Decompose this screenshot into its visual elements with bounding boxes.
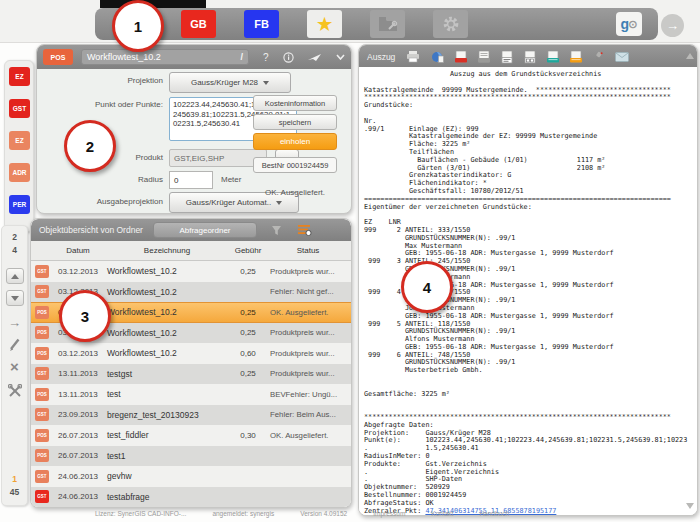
scroll-down-button[interactable] [6, 290, 24, 306]
projektion-dropdown[interactable]: Gauss/Krüger M28 [169, 72, 291, 93]
meter-label: Meter [221, 175, 241, 184]
table-row[interactable]: GST 03.12.2013 Workflowtest_10.2 0,25 Pr… [31, 261, 351, 282]
abfrageordner-button[interactable]: Abfrageordner [153, 222, 257, 238]
row-bezeichnung: gevhw [103, 471, 231, 481]
print-icon[interactable] [406, 51, 420, 63]
table-title: Objektübersicht von Ordner [39, 225, 143, 235]
row-datum: 23.09.2013 [53, 410, 103, 419]
annotation-circle-1: 1 [112, 0, 164, 52]
table-row[interactable]: GST 24.06.2013 testabfrage [31, 487, 351, 508]
calendar-export-2-icon[interactable] [524, 51, 536, 64]
einholen-button[interactable]: einholen [253, 133, 337, 150]
col-header-bezeichnung[interactable]: Bezeichnung [103, 246, 231, 255]
row-status: Produktpreis wur... [265, 369, 351, 378]
row-type-badge: GST [35, 490, 49, 503]
csv-export-icon[interactable] [570, 51, 582, 64]
footer-handbuch-link[interactable]: Handbuch [479, 510, 509, 517]
col-header-datum[interactable]: Datum [53, 246, 103, 255]
row-bezeichnung: test_fiddler [103, 430, 231, 440]
nav-arrow-button[interactable]: → [661, 14, 684, 37]
row-gebuehr: 0,25 [231, 328, 265, 337]
favorites-button[interactable]: ★ [307, 10, 342, 38]
scrollbar-down-icon[interactable] [686, 503, 694, 509]
info-icon[interactable] [283, 52, 294, 63]
rail-button-per[interactable]: PER [9, 195, 30, 214]
row-type-badge: GST [35, 470, 49, 483]
footer-impressum-link[interactable]: Impressum [373, 510, 405, 517]
radius-label: Radius [37, 175, 163, 184]
scrollbar-up-icon[interactable] [686, 53, 694, 59]
row-bezeichnung: Workflowtest_10.2 [103, 307, 231, 317]
table-header-bar: Objektübersicht von Ordner Abfrageordner [31, 219, 351, 241]
row-gebuehr: 0,30 [231, 431, 265, 440]
row-type-badge: POS [35, 429, 49, 442]
speichern-button[interactable]: speichern [253, 114, 337, 130]
pdf-export-icon[interactable] [455, 51, 467, 64]
rail-button-ez1[interactable]: EZ [9, 67, 30, 86]
triangle-down-icon [11, 296, 19, 301]
auszug-header-bar: Auszug [359, 45, 697, 69]
open-arrow-icon[interactable]: → [2, 316, 27, 330]
mail-icon[interactable] [615, 52, 629, 62]
send-plane-icon[interactable] [308, 53, 322, 62]
xls-export-icon[interactable] [547, 51, 559, 64]
row-type-badge: POS [35, 306, 49, 319]
workflow-name-input[interactable]: Workflowtest_10.2 / [81, 49, 249, 65]
table-row[interactable]: POS 03.12.2013 Workflowtest_10.2 0,60 Pr… [31, 343, 351, 364]
globe-export-icon[interactable] [431, 51, 444, 63]
row-status: BEVFehler: Ungü... [265, 390, 351, 399]
go-logo-button[interactable]: g⊙ [616, 12, 642, 36]
table-row[interactable]: POS 13.11.2013 test BEVFehler: Ungü... [31, 384, 351, 405]
auszug-title: Auszug [367, 52, 395, 62]
row-type-badge: POS [35, 388, 49, 401]
col-header-gebuehr[interactable]: Gebühr [231, 246, 265, 255]
tools-icon[interactable] [2, 384, 27, 398]
delete-x-icon[interactable]: × [2, 360, 27, 374]
help-icon[interactable]: ? [263, 52, 269, 63]
rail-button-gst[interactable]: GST [9, 99, 30, 118]
projektion-value: Gauss/Krüger M28 [191, 78, 258, 87]
gb-button[interactable]: GB [181, 10, 216, 38]
row-bezeichnung: testabfrage [103, 492, 231, 502]
row-gebuehr: 0,25 [231, 267, 265, 276]
calendar-export-1-icon[interactable] [501, 51, 513, 64]
row-type-badge: POS [35, 326, 49, 339]
table-row[interactable]: GST 13.11.2013 testgst 0,25 Produktpreis… [31, 364, 351, 385]
scroll-up-button[interactable] [6, 268, 24, 284]
row-bezeichnung: test1 [103, 451, 231, 461]
footer-kontakt-link[interactable]: Kontakt [431, 510, 453, 517]
table-side-rail: 2 4 → × 1 45 [1, 225, 28, 506]
collapse-chevron-icon[interactable] [336, 54, 345, 60]
workflow-name-value: Workflowtest_10.2 [87, 52, 161, 62]
col-header-status[interactable]: Status [265, 246, 351, 255]
row-gebuehr: 0,60 [231, 349, 265, 358]
rail-button-ez2[interactable]: EZ [9, 131, 30, 150]
row-type-badge: POS [35, 449, 49, 462]
table-row[interactable]: POS 26.07.2013 test1 [31, 446, 351, 467]
edit-pencil-icon[interactable]: / [240, 52, 243, 62]
footer-version: Version 4.09152 [300, 510, 347, 517]
pos-type-badge: POS [43, 49, 73, 65]
folder-tools-button[interactable] [370, 10, 405, 38]
settings-button[interactable] [433, 10, 468, 38]
rail-button-adr[interactable]: ADR [9, 163, 30, 182]
edit-pencil-icon[interactable] [2, 338, 27, 351]
sort-settings-icon[interactable] [298, 224, 312, 236]
gear-icon [442, 15, 460, 33]
row-type-badge: GST [35, 265, 49, 278]
table-row[interactable]: GST 24.06.2013 gevhw [31, 466, 351, 487]
workflow-panel-header: POS Workflowtest_10.2 / ? [37, 45, 351, 69]
go-logo-o: ⊙ [628, 18, 637, 31]
dropdown-caret-icon [263, 81, 269, 85]
filter-funnel-icon[interactable] [271, 225, 282, 236]
row-datum: 03.12.2013 [53, 267, 103, 276]
row-bezeichnung: Workflowtest_10.2 [103, 348, 231, 358]
kosteninformation-button[interactable]: Kosteninformation [253, 95, 337, 111]
row-type-badge: POS [35, 347, 49, 360]
table-row[interactable]: GST 23.09.2013 bregenz_test_20130923 Feh… [31, 405, 351, 426]
fb-button[interactable]: FB [244, 10, 279, 38]
radius-input[interactable]: 0 [169, 171, 213, 189]
text-export-icon[interactable] [478, 51, 490, 64]
table-row[interactable]: POS 26.07.2013 test_fiddler 0,30 OK. Aus… [31, 425, 351, 446]
pin-icon[interactable] [593, 51, 604, 63]
